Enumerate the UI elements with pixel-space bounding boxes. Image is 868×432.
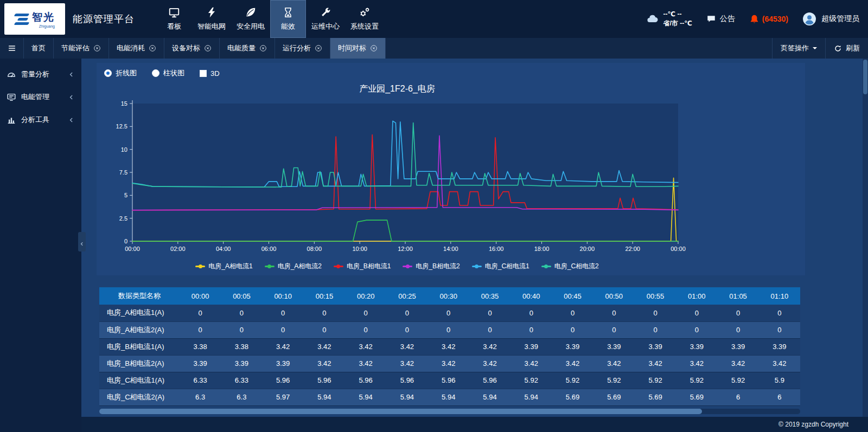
bell-icon	[749, 14, 760, 24]
top-nav-item-1[interactable]: 智能电网	[192, 0, 231, 38]
weather-temp: --℃ --	[663, 10, 692, 18]
vertical-scrollbar[interactable]	[863, 59, 868, 417]
radio-indicator-icon	[104, 69, 112, 77]
weather-widget: --℃ -- 省/市 --℃	[646, 10, 692, 28]
user-menu[interactable]: 超级管理员	[802, 12, 859, 26]
tab-5[interactable]: 运行分析	[275, 38, 330, 59]
svg-text:16:00: 16:00	[489, 246, 504, 252]
sidebar-collapse-handle[interactable]	[78, 232, 86, 252]
tab-2[interactable]: 电能消耗	[109, 38, 164, 59]
value-cell: 0	[552, 305, 593, 321]
legend-marker-icon	[472, 266, 482, 267]
chart-type-radio-0[interactable]: 折线图	[104, 68, 137, 78]
value-cell: 0	[304, 305, 345, 321]
legend-label: 电房_A相电流1	[208, 262, 252, 271]
table-row[interactable]: 电房_A相电流2(A)000000000000000	[99, 321, 800, 338]
announcement-button[interactable]: 公告	[706, 14, 735, 24]
value-cell: 5.92	[676, 372, 717, 389]
column-header: 00:10	[263, 287, 304, 305]
tab-label: 设备对标	[172, 43, 200, 53]
table-row[interactable]: 电房_B相电流1(A)3.383.383.423.423.423.423.423…	[99, 338, 800, 355]
column-header: 00:40	[510, 287, 552, 305]
tab-4[interactable]: 电能质量	[220, 38, 275, 59]
chevron-left-icon	[68, 117, 75, 124]
table-row[interactable]: 电房_A相电流1(A)000000000000000	[99, 305, 800, 321]
value-cell: 5.97	[263, 389, 304, 405]
value-cell: 5.9	[759, 372, 800, 389]
tab-close-icon[interactable]	[315, 44, 322, 52]
row-name-cell: 电房_C相电流1(A)	[99, 372, 180, 389]
sidebar-item-label: 电能管理	[21, 92, 49, 102]
legend-label: 电房_C相电流2	[554, 262, 599, 271]
alarm-button[interactable]: (64530)	[749, 14, 788, 24]
horizontal-scrollbar-thumb[interactable]	[99, 409, 702, 414]
top-nav-item-0[interactable]: 看板	[156, 0, 192, 38]
value-cell: 3.39	[676, 338, 717, 355]
body-row: 需量分析电能管理分析工具 折线图柱状图3D 产业园_1F2-6_电房 02.55…	[0, 59, 868, 432]
tab-operations-button[interactable]: 页签操作	[772, 38, 825, 59]
tab-close-icon[interactable]	[370, 44, 378, 52]
svg-text:06:00: 06:00	[261, 246, 277, 252]
tab-0[interactable]: 首页	[24, 38, 54, 59]
energy-mgmt-icon	[7, 92, 16, 102]
brand-name: 智光	[32, 10, 55, 24]
data-table-section: 数据类型名称00:0000:0500:1000:1500:2000:2500:3…	[99, 287, 800, 414]
vertical-scrollbar-thumb[interactable]	[863, 60, 867, 94]
tab-label: 时间对标	[338, 43, 366, 53]
menu-toggle-button[interactable]	[0, 38, 24, 59]
tab-close-icon[interactable]	[93, 44, 101, 52]
tab-6[interactable]: 时间对标	[330, 38, 386, 59]
tab-1[interactable]: 节能评估	[54, 38, 109, 59]
legend-item-2[interactable]: 电房_B相电流1	[334, 262, 391, 271]
legend-item-0[interactable]: 电房_A相电流1	[195, 262, 252, 271]
value-cell: 0	[345, 321, 386, 338]
legend-item-4[interactable]: 电房_C相电流1	[472, 262, 529, 271]
refresh-button[interactable]: 刷新	[825, 38, 868, 59]
value-cell: 3.39	[593, 338, 635, 355]
top-nav-item-2[interactable]: 安全用电	[231, 0, 270, 38]
value-cell: 0	[635, 321, 676, 338]
top-nav-item-3[interactable]: 能效	[270, 0, 306, 38]
legend-item-5[interactable]: 电房_C相电流2	[541, 262, 599, 271]
chart-type-radio-1[interactable]: 柱状图	[152, 68, 184, 78]
value-cell: 3.42	[717, 355, 758, 372]
table-row[interactable]: 电房_C相电流2(A)6.36.35.975.945.945.945.945.9…	[99, 389, 800, 405]
tab-close-icon[interactable]	[149, 44, 156, 52]
table-row[interactable]: 电房_C相电流1(A)6.336.335.965.965.965.965.965…	[99, 372, 800, 389]
chevron-down-icon	[813, 47, 817, 51]
value-cell: 3.39	[635, 338, 676, 355]
sidebar-item-1[interactable]: 电能管理	[0, 86, 81, 108]
table-row[interactable]: 电房_B相电流2(A)3.393.393.393.423.423.423.423…	[99, 355, 800, 372]
column-header: 数据类型名称	[99, 287, 180, 305]
value-cell: 3.42	[676, 355, 717, 372]
legend-label: 电房_A相电流2	[278, 262, 322, 271]
svg-text:10: 10	[121, 146, 127, 153]
value-cell: 3.42	[304, 338, 345, 355]
top-nav-item-4[interactable]: 运维中心	[306, 0, 345, 38]
legend-label: 电房_C相电流1	[485, 262, 529, 271]
tab-3[interactable]: 设备对标	[164, 38, 220, 59]
horizontal-scrollbar[interactable]	[99, 409, 800, 414]
monitor-icon	[168, 7, 180, 18]
value-cell: 3.42	[386, 338, 427, 355]
legend-item-1[interactable]: 电房_A相电流2	[265, 262, 322, 271]
value-cell: 0	[676, 305, 717, 321]
value-cell: 0	[180, 305, 221, 321]
chart-option-checkbox-2[interactable]: 3D	[200, 69, 220, 78]
value-cell: 0	[593, 321, 635, 338]
chevron-left-icon	[79, 239, 85, 244]
tab-close-icon[interactable]	[259, 44, 267, 52]
sidebar-item-0[interactable]: 需量分析	[0, 63, 81, 86]
tab-close-icon[interactable]	[204, 44, 212, 52]
svg-text:00:00: 00:00	[125, 246, 140, 252]
legend-marker-icon	[403, 266, 412, 267]
svg-text:15: 15	[121, 100, 127, 107]
value-cell: 3.42	[469, 338, 510, 355]
legend-item-3[interactable]: 电房_B相电流2	[403, 262, 459, 271]
value-cell: 0	[676, 321, 717, 338]
top-nav-item-5[interactable]: 系统设置	[345, 0, 384, 38]
leaf-icon	[245, 7, 257, 18]
svg-text:10:00: 10:00	[352, 246, 367, 252]
value-cell: 3.42	[759, 355, 800, 372]
sidebar-item-2[interactable]: 分析工具	[0, 108, 81, 131]
